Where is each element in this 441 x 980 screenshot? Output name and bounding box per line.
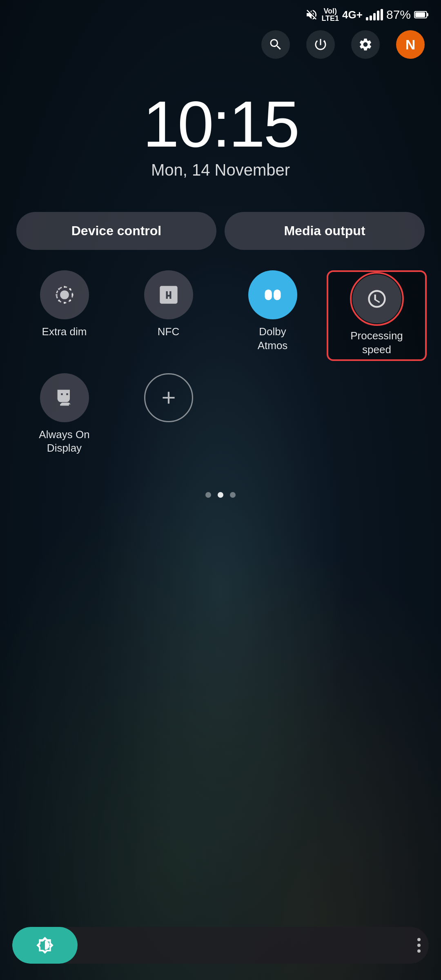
svg-rect-2 [415,12,425,17]
dot-3 [230,492,236,498]
settings-icon [358,37,373,52]
extra-dim-label: Extra dim [42,325,87,339]
mute-icon [305,8,318,21]
svg-rect-6 [274,290,281,300]
nfc-label: NFC [158,325,179,339]
user-avatar-button[interactable]: N [396,30,425,59]
clock-date: Mon, 14 November [0,161,441,179]
processing-speed-tile[interactable]: Processing speed [329,270,425,361]
dot-1 [205,492,211,498]
signal-icon [366,9,383,20]
add-tile-button[interactable] [120,373,216,456]
nfc-tile[interactable]: NFC [120,270,216,361]
search-icon [268,37,283,52]
volte-indicator: Vol) LTE1 [321,7,339,22]
device-control-label: Device control [71,223,162,238]
dolby-atmos-label: Dolby Atmos [258,325,288,353]
device-control-button[interactable]: Device control [16,212,216,250]
extra-dim-icon [40,270,89,319]
power-button[interactable] [306,30,335,59]
processing-speed-icon-bg [352,274,401,323]
power-icon [313,37,328,52]
always-on-display-icon-bg [40,373,89,422]
svg-rect-5 [265,290,272,300]
status-bar: Vol) LTE1 4G+ 87% [0,0,441,22]
settings-button[interactable] [351,30,380,59]
battery-level: 87% [386,8,411,22]
quick-buttons-row: Device control Media output [0,187,441,262]
page-dots [0,459,441,506]
clock-section: 10:15 Mon, 14 November [0,67,441,187]
battery-icon [414,10,429,19]
quick-tiles-row1: Extra dim NFC Dolby Atmos [0,262,441,369]
avatar-label: N [405,37,416,53]
always-on-display-tile[interactable]: Always On Display [16,373,112,456]
search-button[interactable] [261,30,290,59]
brightness-bar[interactable] [12,927,429,964]
dolby-atmos-icon-bg [248,270,297,319]
dolby-atmos-tile[interactable]: Dolby Atmos [225,270,321,361]
media-output-button[interactable]: Media output [225,212,425,250]
media-output-label: Media output [284,223,365,238]
processing-speed-label: Processing speed [350,329,403,357]
svg-point-3 [60,290,69,299]
add-icon-bg [144,373,193,422]
nfc-icon-bg [144,270,193,319]
brightness-icon [36,936,54,954]
quick-tiles-row2: Always On Display [0,369,441,460]
clock-time: 10:15 [0,91,441,157]
svg-rect-1 [427,13,428,16]
always-on-display-label: Always On Display [39,428,89,456]
status-icons: Vol) LTE1 4G+ 87% [305,7,429,22]
dot-2 [218,492,223,498]
network-indicator: 4G+ [342,9,363,21]
brightness-more-dots[interactable] [417,938,421,953]
brightness-fill [12,927,78,964]
top-actions-bar: N [0,22,441,67]
extra-dim-tile[interactable]: Extra dim [16,270,112,361]
